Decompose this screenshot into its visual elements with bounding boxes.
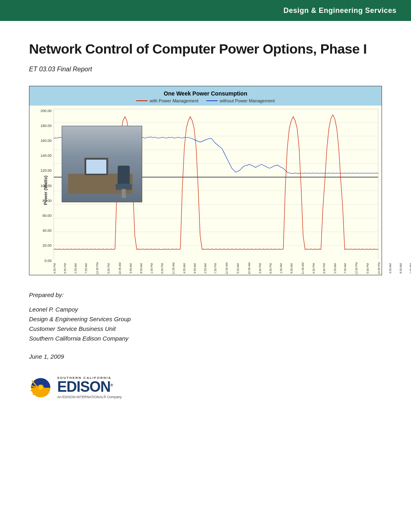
y-tick-40: 40.00	[37, 229, 52, 233]
chart-header: One Week Power Consumption with Power Ma…	[29, 86, 382, 106]
author-name: Leonel P. Campoy	[29, 305, 382, 314]
x-tick-17: 12:30 AM	[225, 262, 237, 274]
x-tick-14: 9:35 AM	[193, 263, 205, 274]
chart-body: Power (Watts) 0.00 20.00 40.00 60.00 80.…	[29, 106, 382, 275]
report-subtitle: ET 03.03 Final Report	[29, 66, 382, 73]
author-dept: Design & Engineering Services Group	[29, 314, 382, 324]
x-tick-1: 4:35 PM	[53, 263, 64, 273]
prepared-section: Prepared by: Leonel P. Campoy Design & E…	[29, 291, 382, 343]
x-tick-5: 12:35 PM	[96, 262, 107, 274]
power-chart-container: One Week Power Consumption with Power Ma…	[29, 86, 382, 275]
office-photo	[62, 126, 142, 202]
x-tick-26: 9:30 PM	[323, 263, 334, 273]
x-tick-12: 11:35 AM	[172, 262, 183, 274]
x-tick-34: 1:30 PM	[409, 263, 411, 273]
x-tick-29: 12:30 PM	[355, 262, 366, 274]
y-tick-200: 200.00	[37, 109, 52, 113]
legend-without-label: without Power Management	[220, 98, 274, 103]
chart-legend: with Power Management without Power Mana…	[29, 98, 382, 103]
header-title: Design & Engineering Services	[283, 6, 396, 15]
main-content: Network Control of Computer Power Option…	[0, 21, 411, 419]
y-tick-180: 180.00	[37, 124, 52, 128]
y-axis-ticks: 0.00 20.00 40.00 60.00 80.00 100.00 120.…	[37, 109, 52, 263]
x-tick-3: 2:35 AM	[74, 263, 85, 274]
prepared-details: Leonel P. Campoy Design & Engineering Se…	[29, 305, 382, 343]
y-tick-20: 20.00	[37, 243, 52, 247]
prepared-label: Prepared by:	[29, 291, 382, 298]
y-tick-0: 0.00	[37, 259, 52, 263]
x-tick-9: 8:35 AM	[140, 263, 151, 274]
x-tick-6: 5:35 PM	[107, 263, 118, 273]
legend-line-red	[136, 100, 147, 101]
x-tick-23: 6:30 AM	[290, 263, 301, 274]
sce-tagline: An EDISON INTERNATIONAL® Company	[57, 395, 122, 399]
legend-without-pm: without Power Management	[206, 98, 274, 103]
legend-line-blue	[206, 100, 218, 101]
x-tick-19: 10:30 AM	[247, 262, 259, 274]
x-tick-13: 4:35 AM	[183, 263, 194, 274]
footer-logo: SOUTHERN CALIFORNIA EDISON® An EDISON IN…	[29, 376, 382, 399]
page-title: Network Control of Computer Power Option…	[29, 40, 382, 58]
x-tick-32: 3:30 AM	[389, 263, 400, 274]
x-tick-33: 8:30 AM	[399, 263, 410, 274]
author-company: Southern California Edison Company	[29, 334, 382, 343]
x-tick-10: 1:35 PM	[150, 263, 162, 273]
x-tick-22: 1:30 AM	[280, 263, 291, 274]
y-tick-80: 80.00	[37, 199, 52, 203]
x-tick-15: 2:35 AM	[203, 263, 215, 274]
x-tick-30: 5:30 PM	[366, 263, 378, 273]
chair-back	[118, 166, 130, 186]
office-chair	[114, 166, 134, 198]
y-tick-60: 60.00	[37, 214, 52, 218]
author-unit: Customer Service Business Unit	[29, 324, 382, 334]
x-tick-20: 3:30 PM	[259, 263, 270, 273]
x-tick-28: 7:30 AM	[344, 263, 355, 274]
x-tick-11: 6:35 PM	[161, 263, 172, 273]
monitor-screen	[86, 160, 106, 174]
x-tick-8: 3:35 AM	[129, 263, 141, 274]
x-tick-21: 8:30 PM	[269, 263, 280, 273]
sce-text-block: SOUTHERN CALIFORNIA EDISON® An EDISON IN…	[57, 376, 122, 399]
y-tick-120: 120.00	[37, 168, 52, 172]
legend-with-label: with Power Management	[149, 98, 198, 103]
chart-title: One Week Power Consumption	[29, 90, 382, 97]
office-monitor	[84, 158, 108, 176]
chair-leg	[122, 189, 126, 198]
x-tick-4: 7:35 AM	[85, 263, 96, 274]
header-banner: Design & Engineering Services	[0, 0, 411, 21]
legend-with-pm: with Power Management	[136, 98, 198, 103]
sce-big-text: EDISON®	[57, 380, 122, 394]
x-tick-25: 4:30 PM	[312, 263, 324, 273]
svg-point-19	[39, 386, 43, 390]
x-tick-27: 2:30 AM	[333, 263, 345, 274]
y-tick-100: 100.00	[37, 184, 52, 188]
x-tick-18: 5:30 AM	[237, 263, 248, 274]
x-tick-7: 10:35 AM	[118, 262, 129, 274]
office-scene	[62, 126, 142, 202]
y-tick-160: 160.00	[37, 139, 52, 143]
y-tick-140: 140.00	[37, 154, 52, 158]
report-date: June 1, 2009	[29, 353, 382, 360]
x-tick-24: 11:30 AM	[301, 262, 313, 274]
sce-sun-icon	[29, 376, 52, 399]
x-axis-labels: 4:35 PM 9:35 PM 2:35 AM 7:35 AM 12:35 PM…	[54, 263, 378, 274]
x-tick-16: 7:30 PM	[214, 263, 225, 273]
x-tick-31: 10:30 PM	[378, 262, 389, 274]
x-tick-2: 9:35 PM	[64, 263, 75, 273]
